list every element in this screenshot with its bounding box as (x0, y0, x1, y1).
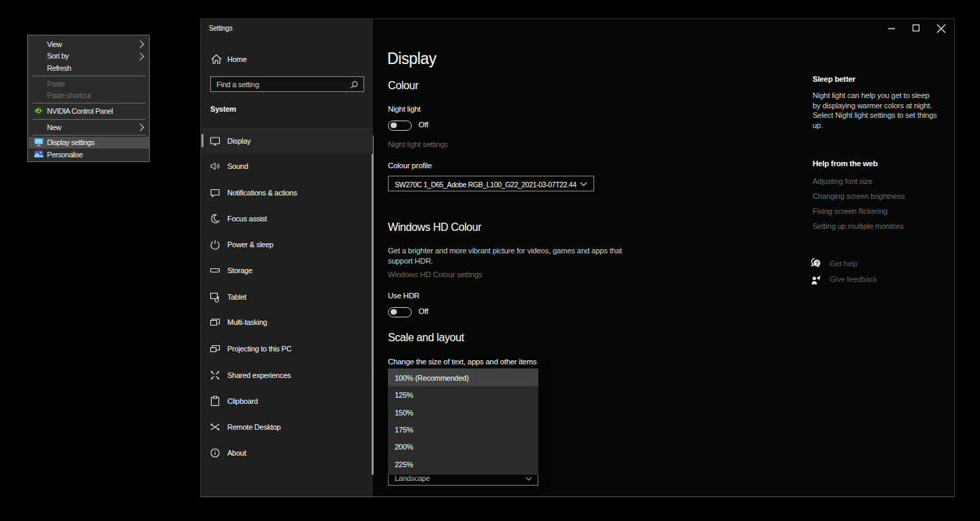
svg-text:?: ? (815, 260, 819, 266)
